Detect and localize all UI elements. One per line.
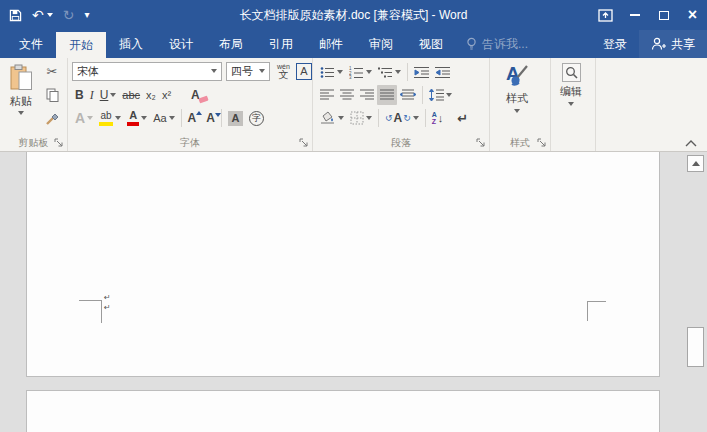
window-controls: × — [591, 0, 707, 30]
font-dialog-launcher[interactable] — [299, 138, 309, 148]
paragraph-dialog-launcher[interactable] — [476, 138, 486, 148]
distribute-button[interactable] — [397, 85, 419, 105]
tab-view[interactable]: 视图 — [406, 30, 456, 58]
borders-dropdown-icon[interactable] — [366, 116, 372, 120]
line-spacing-dropdown-icon[interactable] — [446, 93, 452, 97]
font-name-dropdown-icon[interactable] — [211, 69, 217, 73]
format-painter-button[interactable] — [42, 110, 62, 128]
maximize-button[interactable] — [649, 0, 678, 30]
change-case-button[interactable]: Aa — [150, 108, 177, 128]
document-page-1[interactable] — [26, 152, 660, 377]
minimize-icon — [630, 14, 640, 16]
bold-button[interactable]: B — [72, 85, 87, 105]
document-page-2[interactable] — [26, 390, 660, 432]
numbering-icon: 123 — [349, 66, 364, 79]
sort-button[interactable]: AZ ↓ — [429, 108, 447, 128]
text-effects-button[interactable]: A — [72, 108, 96, 128]
editing-button[interactable]: 编辑 — [560, 61, 582, 106]
asian-layout-dropdown-icon[interactable] — [413, 116, 419, 120]
qat-customize-button[interactable]: ▾ — [84, 10, 89, 20]
clear-formatting-button[interactable]: A — [188, 85, 203, 105]
align-left-button[interactable] — [317, 85, 337, 105]
undo-button[interactable]: ↶ — [32, 8, 53, 22]
enclose-characters-button[interactable]: 字 — [246, 108, 267, 128]
tab-review[interactable]: 审阅 — [356, 30, 406, 58]
asian-layout-button[interactable]: ↺A↻ — [382, 108, 422, 128]
shading-button[interactable] — [317, 108, 347, 128]
align-center-button[interactable] — [337, 85, 357, 105]
minimize-button[interactable] — [620, 0, 649, 30]
borders-button[interactable] — [347, 108, 375, 128]
styles-dropdown-icon[interactable] — [514, 109, 520, 113]
collapse-ribbon-button[interactable] — [685, 140, 697, 147]
show-hide-marks-button[interactable]: ↵ — [454, 108, 471, 128]
cut-button[interactable]: ✂ — [42, 62, 62, 80]
styles-dialog-launcher[interactable] — [537, 138, 547, 148]
align-left-icon — [320, 89, 334, 101]
copy-button[interactable] — [42, 86, 62, 104]
paragraph-mark-2: ↵ — [104, 304, 111, 312]
font-size-combo[interactable]: 四号 — [226, 62, 270, 81]
decrease-indent-button[interactable] — [411, 62, 432, 82]
numbering-dropdown-icon[interactable] — [366, 70, 372, 74]
tab-file[interactable]: 文件 — [6, 30, 56, 58]
font-color-dropdown-icon[interactable] — [141, 116, 147, 120]
shading-dropdown-icon[interactable] — [338, 116, 344, 120]
scrollbar-thumb[interactable] — [687, 327, 704, 367]
decrease-indent-icon — [414, 66, 429, 79]
paste-dropdown-icon[interactable] — [18, 111, 24, 115]
tab-design[interactable]: 设计 — [156, 30, 206, 58]
numbering-button[interactable]: 123 — [346, 62, 375, 82]
align-right-button[interactable] — [357, 85, 377, 105]
scroll-up-button[interactable] — [687, 155, 704, 172]
share-button[interactable]: 共享 — [639, 30, 707, 58]
shrink-font-button[interactable]: A — [203, 108, 218, 128]
save-button[interactable] — [9, 9, 22, 22]
tab-home[interactable]: 开始 — [56, 32, 106, 58]
brush-icon — [504, 63, 530, 89]
styles-button[interactable]: A 样式 — [504, 61, 530, 113]
superscript-button[interactable]: x² — [159, 85, 174, 105]
svg-text:3: 3 — [349, 75, 352, 79]
clipboard-dialog-launcher[interactable] — [54, 138, 64, 148]
font-size-dropdown-icon[interactable] — [259, 69, 265, 73]
italic-button[interactable]: I — [87, 85, 97, 105]
line-spacing-button[interactable] — [426, 85, 455, 105]
increase-indent-button[interactable] — [432, 62, 453, 82]
tell-me-box[interactable]: 告诉我... — [456, 30, 538, 58]
tab-insert[interactable]: 插入 — [106, 30, 156, 58]
strikethrough-button[interactable]: abc — [119, 85, 143, 105]
close-button[interactable]: × — [678, 0, 707, 30]
justify-button[interactable] — [377, 85, 397, 105]
font-color-button[interactable]: A — [124, 108, 150, 128]
tab-mailings[interactable]: 邮件 — [306, 30, 356, 58]
bullets-dropdown-icon[interactable] — [337, 70, 343, 74]
highlight-dropdown-icon[interactable] — [115, 116, 121, 120]
phonetic-guide-button[interactable]: wén 文 — [274, 61, 293, 81]
grow-font-button[interactable]: A — [185, 108, 200, 128]
highlight-color-button[interactable]: ab — [96, 108, 124, 128]
paste-label: 粘贴 — [10, 94, 32, 109]
sign-in-button[interactable]: 登录 — [591, 30, 639, 58]
underline-button[interactable]: U — [97, 85, 120, 105]
character-border-button[interactable]: A — [293, 61, 315, 81]
font-color-icon: A — [127, 110, 139, 126]
tab-references[interactable]: 引用 — [256, 30, 306, 58]
underline-dropdown-icon[interactable] — [110, 93, 116, 97]
text-effects-dropdown-icon[interactable] — [87, 116, 93, 120]
undo-dropdown-icon[interactable] — [47, 13, 53, 17]
paste-button[interactable]: 粘贴 — [3, 61, 39, 133]
redo-button[interactable]: ↻ — [63, 8, 75, 22]
multilevel-list-dropdown-icon[interactable] — [395, 70, 401, 74]
subscript-button[interactable]: x₂ — [143, 85, 159, 105]
font-name-combo[interactable]: 宋体 — [72, 62, 222, 81]
multilevel-list-button[interactable] — [375, 62, 404, 82]
tab-layout[interactable]: 布局 — [206, 30, 256, 58]
change-case-dropdown-icon[interactable] — [169, 116, 175, 120]
character-shading-button[interactable]: A — [225, 108, 246, 128]
highlight-icon: ab — [99, 111, 113, 126]
editing-dropdown-icon[interactable] — [568, 102, 574, 106]
ribbon-display-options-button[interactable] — [591, 0, 620, 30]
bullets-button[interactable] — [317, 62, 346, 82]
vertical-scrollbar[interactable] — [685, 152, 707, 432]
